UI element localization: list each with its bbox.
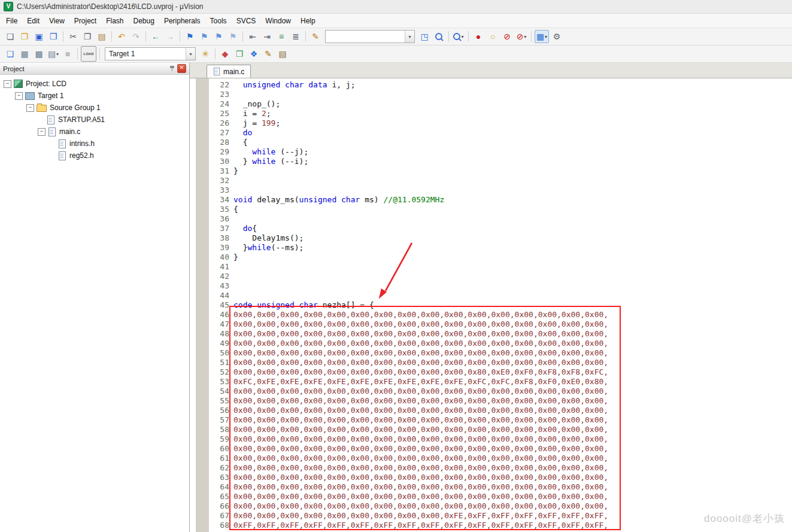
code-line[interactable]: 550x00,0x00,0x00,0x00,0x00,0x00,0x00,0x0… [190, 396, 792, 406]
search-input[interactable] [326, 32, 405, 41]
code-line[interactable]: 45code unsigned char nezha[] = { [190, 300, 792, 310]
manage-components-icon[interactable]: ✎ [262, 48, 275, 60]
tree-item-target-1[interactable]: −Target 1 [0, 90, 189, 102]
code-line[interactable]: 30 } while (--i); [190, 157, 792, 166]
code-line[interactable]: 25 i = 2; [190, 109, 792, 118]
insert-breakpoint-icon[interactable]: ● [472, 31, 485, 42]
tree-item-startup-a51[interactable]: STARTUP.A51 [0, 114, 189, 126]
menu-edit[interactable]: Edit [22, 15, 44, 27]
title-bar[interactable]: V C:\Users\Administrator\Desktop\2416\LC… [0, 0, 792, 14]
code-line[interactable]: 39 }while(--ms); [190, 243, 792, 253]
undo-icon[interactable]: ↶ [115, 31, 128, 42]
next-bookmark-icon[interactable]: ⚑ [212, 31, 225, 42]
code-line[interactable]: 650x00,0x00,0x00,0x00,0x00,0x00,0x00,0x0… [190, 492, 792, 501]
code-line[interactable]: 530xFC,0xFE,0xFE,0xFE,0xFE,0xFE,0xFE,0xF… [190, 377, 792, 387]
code-line[interactable]: 40} [190, 253, 792, 262]
configure-tools-icon[interactable]: ⚙ [550, 31, 563, 42]
build-icon[interactable]: ▦ [18, 48, 31, 60]
indent-icon[interactable]: ⇥ [260, 31, 274, 42]
code-line[interactable]: 23 [190, 90, 792, 99]
code-line[interactable]: 520x00,0x00,0x00,0x00,0x00,0x00,0x00,0x0… [190, 367, 792, 377]
code-editor[interactable]: 22 unsigned char data i, j;2324 _nop_();… [190, 78, 792, 532]
code-line[interactable]: 510x00,0x00,0x00,0x00,0x00,0x00,0x00,0x0… [190, 358, 792, 367]
kill-all-breakpoints-icon[interactable]: ⊘▾ [515, 31, 528, 42]
code-line[interactable]: 43 [190, 281, 792, 291]
tree-item-source-group-1[interactable]: −Source Group 1 [0, 102, 189, 114]
menu-window[interactable]: Window [260, 15, 296, 27]
new-file-icon[interactable]: ❏ [4, 31, 17, 42]
pin-icon[interactable] [169, 65, 175, 72]
menu-tools[interactable]: Tools [205, 15, 232, 27]
code-line[interactable]: 38 Delay1ms(); [190, 233, 792, 243]
batch-build-icon[interactable]: ▤▾ [47, 48, 60, 60]
navigate-back-icon[interactable]: ← [149, 31, 162, 42]
code-line[interactable]: 630x00,0x00,0x00,0x00,0x00,0x00,0x00,0x0… [190, 473, 792, 482]
code-line[interactable]: 570x00,0x00,0x00,0x00,0x00,0x00,0x00,0x0… [190, 415, 792, 425]
expander-icon[interactable]: − [15, 92, 23, 100]
tree-item-main-c[interactable]: −main.c [0, 126, 189, 138]
menu-flash[interactable]: Flash [101, 15, 128, 27]
code-line[interactable]: 36 [190, 214, 792, 224]
paste-icon[interactable]: ▤ [95, 31, 108, 42]
expander-icon[interactable]: − [26, 104, 34, 112]
menu-svcs[interactable]: SVCS [232, 15, 261, 27]
code-line[interactable]: 22 unsigned char data i, j; [190, 80, 792, 90]
environment-icon[interactable]: ❖ [247, 48, 260, 60]
configure-editor-icon[interactable]: ✎ [309, 31, 322, 42]
menu-project[interactable]: Project [69, 15, 101, 27]
outdent-icon[interactable]: ⇤ [246, 31, 259, 42]
find-in-files-icon[interactable]: ◳ [418, 31, 431, 42]
magnifier-menu-icon[interactable]: ▾ [452, 31, 465, 42]
code-line[interactable]: 480x00,0x00,0x00,0x00,0x00,0x00,0x00,0x0… [190, 329, 792, 339]
rebuild-all-icon[interactable]: ▩ [32, 48, 45, 60]
code-line[interactable]: 610x00,0x00,0x00,0x00,0x00,0x00,0x00,0x0… [190, 454, 792, 463]
find-icon[interactable] [432, 31, 445, 42]
menu-help[interactable]: Help [296, 15, 320, 27]
menu-peripherals[interactable]: Peripherals [159, 15, 205, 27]
clear-bookmarks-icon[interactable]: ⚑ [226, 31, 239, 42]
close-panel-button[interactable]: ✕ [177, 64, 186, 73]
code-line[interactable]: 660x00,0x00,0x00,0x00,0x00,0x00,0x00,0x0… [190, 501, 792, 511]
save-all-icon[interactable]: ❒ [47, 31, 60, 42]
code-line[interactable]: 600x00,0x00,0x00,0x00,0x00,0x00,0x00,0x0… [190, 444, 792, 454]
tree-item-intrins-h[interactable]: intrins.h [0, 138, 189, 150]
redo-icon[interactable]: ↷ [129, 31, 142, 42]
code-line[interactable]: 33 [190, 186, 792, 195]
file-extensions-icon[interactable]: ❐ [233, 48, 246, 60]
flash-config-icon[interactable]: ✳ [199, 48, 212, 60]
books-icon[interactable]: ▤ [276, 48, 289, 60]
download-icon[interactable]: LOAD [81, 46, 96, 62]
menu-file[interactable]: File [1, 15, 22, 27]
code-line[interactable]: 620x00,0x00,0x00,0x00,0x00,0x00,0x00,0x0… [190, 463, 792, 473]
code-line[interactable]: 27 do [190, 128, 792, 138]
code-line[interactable]: 32 [190, 176, 792, 186]
cut-icon[interactable]: ✂ [66, 31, 80, 42]
code-line[interactable]: 590x00,0x00,0x00,0x00,0x00,0x00,0x00,0x0… [190, 434, 792, 444]
expander-icon[interactable]: − [4, 80, 11, 88]
code-line[interactable]: 28 { [190, 138, 792, 147]
code-line[interactable]: 540x00,0x00,0x00,0x00,0x00,0x00,0x00,0x0… [190, 387, 792, 396]
tree-item-reg52-h[interactable]: reg52.h [0, 150, 189, 162]
code-line[interactable]: 26 j = 199; [190, 118, 792, 128]
options-for-target-icon[interactable]: ◆ [219, 48, 232, 60]
target-select[interactable]: Target 1▾ [105, 47, 196, 60]
disable-all-breakpoints-icon[interactable]: ⊘ [500, 31, 514, 42]
menu-debug[interactable]: Debug [129, 15, 159, 27]
code-line[interactable]: 490x00,0x00,0x00,0x00,0x00,0x00,0x00,0x0… [190, 339, 792, 348]
code-line[interactable]: 37 do{ [190, 224, 792, 233]
code-line[interactable]: 580x00,0x00,0x00,0x00,0x00,0x00,0x00,0x0… [190, 425, 792, 434]
code-line[interactable]: 680xFF,0xFF,0xFF,0xFF,0xFF,0xFF,0xFF,0xF… [190, 521, 792, 530]
code-line[interactable]: 34void delay_ms(unsigned char ms) //@11.… [190, 195, 792, 205]
translate-file-icon[interactable]: ❏ [4, 48, 17, 60]
enable-breakpoint-icon[interactable]: ○ [486, 31, 499, 42]
code-line[interactable]: 42 [190, 272, 792, 281]
code-line[interactable]: 560x00,0x00,0x00,0x00,0x00,0x00,0x00,0x0… [190, 406, 792, 415]
tab-main-c[interactable]: main.c [207, 65, 251, 78]
code-line[interactable]: 41 [190, 262, 792, 272]
code-line[interactable]: 31} [190, 166, 792, 176]
save-icon[interactable]: ▣ [32, 31, 45, 42]
tree-item-project-lcd[interactable]: −Project: LCD [0, 78, 189, 90]
toggle-bookmark-icon[interactable]: ⚑ [183, 31, 196, 42]
comment-icon[interactable]: ≡ [275, 31, 288, 42]
code-line[interactable]: 29 while (--j); [190, 147, 792, 157]
